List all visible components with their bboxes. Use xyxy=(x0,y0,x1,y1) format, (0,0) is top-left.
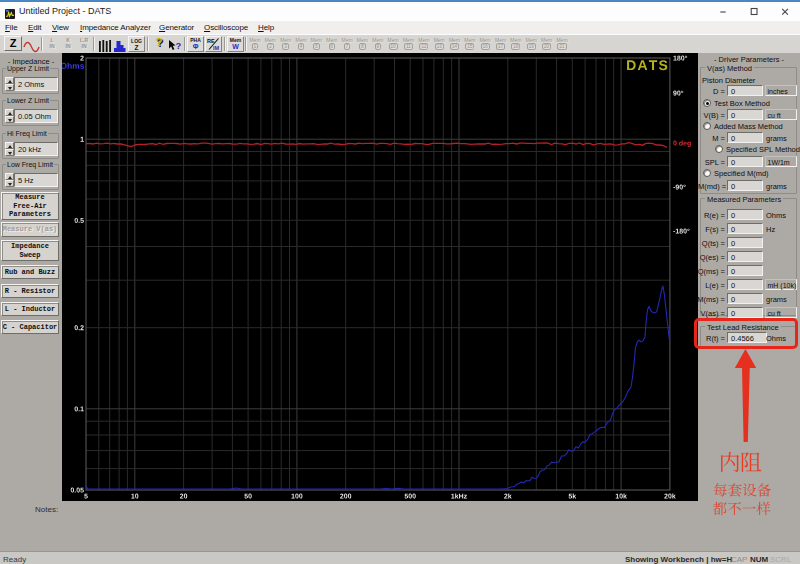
svg-text:IM: IM xyxy=(213,45,220,51)
svg-text:?: ? xyxy=(176,40,182,51)
svg-text:RE: RE xyxy=(207,38,215,44)
